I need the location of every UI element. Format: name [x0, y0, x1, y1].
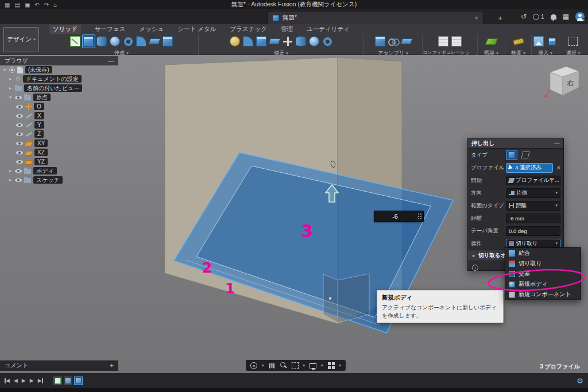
node-label[interactable]: XY	[34, 139, 48, 147]
timeline-extrude-feature-active[interactable]	[74, 377, 83, 385]
pan-icon[interactable]	[269, 362, 276, 369]
node-label[interactable]: X	[34, 112, 44, 119]
extent-select[interactable]: 距離 ▾	[506, 201, 560, 211]
visibility-eye-icon[interactable]	[15, 177, 22, 184]
browser-node-origin[interactable]: ▾ 原点	[8, 93, 51, 102]
info-icon[interactable]: i	[472, 265, 478, 271]
visibility-eye-icon[interactable]	[16, 131, 23, 138]
expand-icon[interactable]: ▸	[8, 86, 13, 91]
create-sketch-icon[interactable]	[69, 34, 82, 48]
rigid-group-icon[interactable]	[400, 34, 413, 48]
add-comment-icon[interactable]: +	[110, 362, 114, 370]
caret-down-icon[interactable]: ▾	[303, 363, 305, 368]
extensions-grid-icon[interactable]: ▦	[563, 13, 569, 21]
node-label[interactable]: 原点	[33, 94, 51, 101]
press-pull-icon[interactable]	[229, 34, 242, 48]
menu-item-join[interactable]: 結合	[505, 248, 581, 258]
document-tab[interactable]: 無題* ×	[268, 11, 483, 24]
expand-icon[interactable]: ▸	[8, 177, 13, 183]
extrude-tool-icon[interactable]	[82, 34, 95, 48]
sketch-origin-point[interactable]	[329, 297, 332, 300]
physical-material-icon[interactable]	[308, 34, 321, 48]
step-forward-icon[interactable]: ▶	[30, 378, 34, 383]
distance-input[interactable]: -6 mm	[506, 214, 560, 223]
grid-settings-icon[interactable]	[328, 362, 335, 369]
node-label[interactable]: ドキュメントの設定	[23, 75, 82, 83]
orbit-icon[interactable]	[250, 362, 257, 369]
node-label[interactable]: Y	[34, 121, 44, 129]
node-label[interactable]: YZ	[34, 158, 48, 165]
tab-utilities[interactable]: ユーティリティ	[307, 25, 350, 33]
browser-node-bodies[interactable]: ▸ ボディ	[8, 166, 57, 175]
align-icon[interactable]	[295, 34, 308, 48]
visibility-eye-icon[interactable]	[16, 112, 23, 119]
play-icon[interactable]: ▶	[22, 378, 26, 383]
visibility-eye-icon[interactable]	[16, 158, 23, 165]
caret-down-icon[interactable]: ▾	[262, 363, 264, 368]
comments-bar[interactable]: コメント +	[0, 360, 118, 371]
dialog-header[interactable]: 押し出し —	[468, 138, 563, 149]
measure-icon[interactable]	[512, 34, 525, 48]
browser-node-axis-z[interactable]: Z	[16, 130, 44, 138]
drag-grip-icon[interactable]	[416, 211, 423, 222]
configuration-table-icon[interactable]	[437, 34, 450, 48]
joint-icon[interactable]	[386, 34, 400, 48]
insert-canvas-icon[interactable]	[532, 34, 546, 48]
redo-icon[interactable]: ↷	[44, 2, 49, 8]
save-icon[interactable]: ▣	[25, 2, 30, 8]
expand-icon[interactable]: ▾	[2, 67, 7, 72]
select-tool-icon[interactable]	[567, 34, 580, 48]
node-label[interactable]: 名前の付いたビュー	[24, 84, 82, 92]
go-to-end-icon[interactable]: ▶	[38, 378, 43, 383]
tab-mesh[interactable]: メッシュ	[139, 25, 164, 33]
dialog-collapse-icon[interactable]: —	[554, 140, 560, 146]
fit-view-icon[interactable]	[292, 362, 299, 369]
combine-icon[interactable]	[268, 34, 281, 48]
history-icon[interactable]: ↺	[521, 13, 527, 21]
tab-plastic[interactable]: プラスチック	[230, 25, 267, 33]
user-avatar[interactable]	[575, 12, 585, 21]
display-settings-icon[interactable]	[310, 363, 316, 368]
browser-node-axis-x[interactable]: X	[16, 111, 44, 120]
coil-tool-icon[interactable]	[135, 34, 148, 48]
browser-node-sketches[interactable]: ▸ スケッチ	[8, 176, 63, 184]
browser-node-named-views[interactable]: ▸ 名前の付いたビュー	[8, 84, 82, 92]
fillet-icon[interactable]	[242, 34, 255, 48]
app-grid-icon[interactable]: ▦	[5, 2, 10, 8]
visibility-eye-icon[interactable]	[16, 140, 23, 147]
browser-node-plane-xy[interactable]: XY	[16, 139, 48, 148]
configuration-new-icon[interactable]	[450, 34, 463, 48]
home-icon[interactable]: ⌂	[53, 2, 57, 8]
direction-select[interactable]: 片側 ▾	[506, 188, 560, 198]
new-tab-button[interactable]: +	[495, 13, 505, 23]
taper-input[interactable]: 0.0 deg	[506, 226, 560, 236]
change-parameters-icon[interactable]	[321, 34, 334, 48]
timeline-extrude-feature[interactable]	[64, 377, 72, 385]
caret-down-icon[interactable]: ▾	[339, 363, 342, 368]
sphere-tool-icon[interactable]	[109, 34, 122, 48]
timeline-sketch-feature[interactable]	[53, 377, 62, 385]
move-copy-icon[interactable]	[281, 34, 295, 48]
pipe-tool-icon[interactable]	[148, 34, 161, 48]
new-component-icon[interactable]	[373, 34, 386, 48]
node-label[interactable]: XZ	[34, 149, 48, 156]
visibility-eye-icon[interactable]	[16, 122, 23, 129]
undo-icon[interactable]: ↶	[34, 2, 39, 8]
tab-solid[interactable]: ソリッド	[49, 25, 81, 34]
shell-icon[interactable]	[255, 34, 268, 48]
browser-header[interactable]: ブラウザ —	[0, 56, 118, 65]
job-status-badge[interactable]: 1	[533, 14, 544, 20]
tab-sheetmetal[interactable]: シート メタル	[177, 25, 216, 33]
workspace-selector[interactable]: デザイン ▾	[3, 27, 39, 52]
browser-node-axis-y[interactable]: Y	[16, 121, 44, 129]
operation-select[interactable]: 切り取り ▾	[506, 239, 560, 249]
torus-tool-icon[interactable]	[122, 34, 135, 48]
clear-selection-icon[interactable]: ×	[557, 164, 560, 171]
timeline-settings-gear-icon[interactable]: ⚙	[577, 377, 583, 385]
insert-mesh-icon[interactable]	[546, 34, 559, 48]
start-select[interactable]: プロファイル平... ▾	[506, 176, 560, 185]
zoom-icon[interactable]	[280, 362, 287, 369]
visibility-eye-icon[interactable]	[16, 149, 23, 156]
browser-node-origin-o[interactable]: O	[16, 102, 44, 111]
step-back-icon[interactable]: ◀	[14, 378, 18, 383]
